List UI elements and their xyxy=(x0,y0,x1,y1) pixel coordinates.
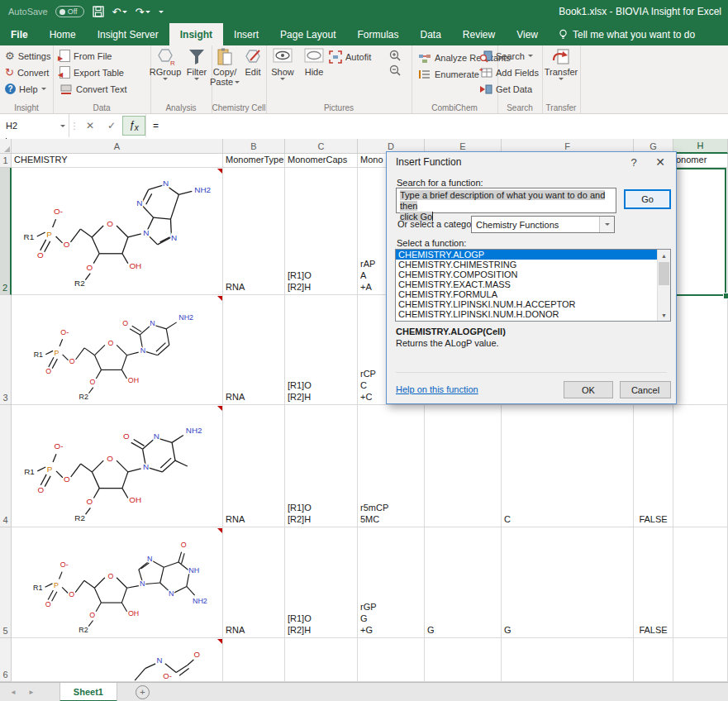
cell-C5[interactable]: [R1]O [R2]H xyxy=(285,527,358,638)
autosave-toggle[interactable]: Off xyxy=(55,6,84,17)
name-box-dropdown[interactable] xyxy=(57,114,69,137)
cell-H5[interactable] xyxy=(673,527,728,638)
get-data-button[interactable]: Get Data xyxy=(479,82,532,96)
row-header-2[interactable]: 2 xyxy=(0,168,12,295)
edit-button[interactable]: Edit xyxy=(236,47,269,100)
category-dropdown[interactable]: Chemistry Functions xyxy=(471,216,615,233)
cell-C3[interactable]: [R1]O [R2]H xyxy=(285,295,358,405)
cell-A6[interactable]: O-NO xyxy=(12,638,223,682)
cell-H3[interactable] xyxy=(673,295,728,405)
enter-entry-button[interactable]: ✓ xyxy=(101,114,122,137)
tab-data[interactable]: Data xyxy=(409,23,451,45)
function-search-input[interactable]: Type a brief description of what you wan… xyxy=(396,188,616,213)
search-button[interactable]: Search xyxy=(479,49,533,63)
cell-B1[interactable]: MonomerType xyxy=(223,154,285,168)
function-list-item[interactable]: CHEMISTRY.ALOGP xyxy=(396,250,658,260)
row-header-4[interactable]: 4 xyxy=(0,405,12,527)
cell-F5[interactable]: G xyxy=(502,527,634,638)
undo-button[interactable]: ↶ xyxy=(112,7,128,17)
row-header-1[interactable]: 1 xyxy=(0,154,12,168)
add-fields-button[interactable]: + Add Fields xyxy=(479,65,539,79)
add-sheet-button[interactable]: + xyxy=(136,685,150,699)
cell-A3[interactable]: R1POO-OOOHOR2NNONH2 xyxy=(12,295,223,405)
cell-C4[interactable]: [R1]O [R2]H xyxy=(285,405,358,527)
column-header-H[interactable]: H xyxy=(673,139,728,154)
function-list-item[interactable]: CHEMISTRY.LIPINSKI.NUM.H.ACCEPTOR xyxy=(396,299,658,309)
column-header-B[interactable]: B xyxy=(223,139,285,154)
tab-file[interactable]: File xyxy=(0,23,39,45)
cell-D6[interactable] xyxy=(358,638,425,682)
cell-H1[interactable]: onomer xyxy=(673,154,728,168)
cell-D4[interactable]: r5mCP 5MC xyxy=(358,405,425,527)
select-all-corner[interactable] xyxy=(0,139,12,154)
sheet-tab-sheet1[interactable]: Sheet1 xyxy=(59,683,117,701)
enumerate-button[interactable]: Enumerate xyxy=(418,67,479,81)
cell-C1[interactable]: MonomerCaps xyxy=(285,154,358,168)
category-dropdown-button[interactable] xyxy=(599,217,614,232)
customize-qat-button[interactable] xyxy=(158,11,164,13)
tab-insight[interactable]: Insight xyxy=(169,23,223,45)
cell-A2[interactable]: R1POO-OOOHOR2NNNNNH2 xyxy=(12,168,223,295)
ok-button[interactable]: OK xyxy=(564,381,613,398)
sheet-nav-left-icon[interactable]: ◄ xyxy=(10,689,17,696)
row-header-5[interactable]: 5 xyxy=(0,527,12,638)
cell-D5[interactable]: rGP G +G xyxy=(358,527,425,638)
fill-handle[interactable] xyxy=(723,293,728,299)
cell-C2[interactable]: [R1]O [R2]H xyxy=(285,168,358,295)
cancel-button[interactable]: Cancel xyxy=(620,381,671,398)
cell-F6[interactable] xyxy=(502,638,634,682)
formula-input[interactable]: = xyxy=(145,114,728,137)
settings-button[interactable]: ⚙ Settings xyxy=(5,49,50,63)
help-button[interactable]: ? Help xyxy=(5,82,46,96)
row-header-6[interactable]: 6 xyxy=(0,638,12,682)
hide-button[interactable]: Hide xyxy=(297,47,331,100)
cell-B2[interactable]: RNA xyxy=(223,168,285,295)
row-header-3[interactable]: 3 xyxy=(0,295,12,405)
tab-formulas[interactable]: Formulas xyxy=(346,23,409,45)
cell-E4[interactable] xyxy=(425,405,502,527)
tab-insert[interactable]: Insert xyxy=(223,23,269,45)
formula-bar-splitter[interactable]: ⋮ xyxy=(69,114,79,137)
convert-text-button[interactable]: Convert Text xyxy=(59,82,127,96)
zoom-in-button[interactable] xyxy=(388,48,402,62)
sheet-nav-right-icon[interactable]: ► xyxy=(28,689,35,696)
tab-home[interactable]: Home xyxy=(39,23,87,45)
cell-B3[interactable]: RNA xyxy=(223,295,285,405)
name-box[interactable]: H2 xyxy=(0,114,57,137)
dialog-help-button[interactable]: ? xyxy=(621,152,646,172)
tell-me-box[interactable]: Tell me what you want to do xyxy=(549,23,705,45)
convert-button[interactable]: ↻ Convert xyxy=(5,65,49,79)
scroll-up-icon[interactable]: ▲ xyxy=(658,250,670,261)
cell-F4[interactable]: C xyxy=(502,405,634,527)
cell-H4[interactable] xyxy=(673,405,728,527)
insert-function-button[interactable]: ƒx xyxy=(122,116,145,136)
scroll-down-icon[interactable]: ▼ xyxy=(658,309,670,321)
function-list-item[interactable]: CHEMISTRY.EXACT.MASS xyxy=(396,279,658,289)
function-list[interactable]: CHEMISTRY.ALOGPCHEMISTRY.CHIMESTRINGCHEM… xyxy=(395,249,671,322)
transfer-button[interactable]: Transfer xyxy=(545,47,578,100)
show-button[interactable]: Show xyxy=(266,47,299,100)
cell-B6[interactable] xyxy=(223,638,285,682)
redo-button[interactable]: ↷ xyxy=(135,7,150,17)
from-file-button[interactable]: ▶ From File xyxy=(59,49,112,63)
go-button[interactable]: Go xyxy=(624,189,671,209)
tab-review[interactable]: Review xyxy=(452,23,506,45)
tab-insight-server[interactable]: Insight Server xyxy=(87,23,169,45)
cell-G4[interactable]: FALSE xyxy=(634,405,673,527)
tab-page-layout[interactable]: Page Layout xyxy=(269,23,346,45)
function-list-item[interactable]: CHEMISTRY.LIPINSKI.NUM.H.DONOR xyxy=(396,309,658,319)
dialog-close-button[interactable]: ✕ xyxy=(648,152,673,172)
cell-G6[interactable] xyxy=(634,638,673,682)
cell-C6[interactable] xyxy=(285,638,358,682)
scrollbar-thumb[interactable] xyxy=(659,262,669,285)
cell-A5[interactable]: R1POO-OOOHOR2NNONHNH2N xyxy=(12,527,223,638)
help-on-function-link[interactable]: Help on this function xyxy=(396,384,478,394)
cell-B4[interactable]: RNA xyxy=(223,405,285,527)
zoom-out-button[interactable] xyxy=(388,63,402,77)
export-table-button[interactable]: ◀ Export Table xyxy=(59,65,124,79)
save-button[interactable] xyxy=(92,5,105,18)
cell-E5[interactable]: G xyxy=(425,527,502,638)
column-header-A[interactable]: A xyxy=(12,139,223,154)
column-header-C[interactable]: C xyxy=(285,139,358,154)
cancel-entry-button[interactable]: ✕ xyxy=(79,114,101,137)
